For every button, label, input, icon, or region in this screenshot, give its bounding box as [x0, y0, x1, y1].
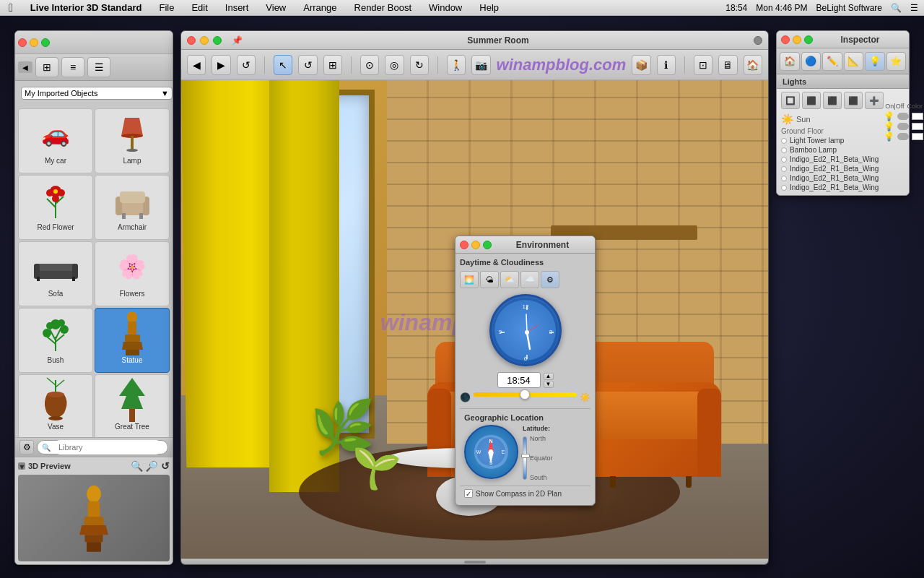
maximize-button[interactable] — [41, 38, 50, 47]
brightness-thumb[interactable] — [520, 389, 530, 400]
object-item-vase[interactable]: Vase — [18, 374, 93, 437]
toolbar-forward-btn[interactable]: ▶ — [212, 55, 230, 75]
dt-btn-1[interactable]: 🌅 — [460, 271, 479, 288]
dt-btn-2[interactable]: 🌤 — [480, 271, 499, 288]
apple-menu[interactable]:  — [6, 1, 16, 14]
object-item-armchair[interactable]: Armchair — [95, 175, 170, 240]
env-close-btn[interactable] — [460, 241, 468, 249]
toolbar-select-btn[interactable]: ↖ — [274, 55, 292, 75]
menu-insert[interactable]: Insert — [222, 2, 252, 13]
svg-rect-19 — [35, 264, 77, 271]
inspector-materials-btn[interactable]: 🔵 — [801, 52, 821, 71]
latitude-track[interactable] — [523, 436, 527, 480]
menu-window[interactable]: Window — [426, 2, 465, 13]
object-item-sofa[interactable]: Sofa — [18, 241, 93, 306]
inspector-minimize-btn[interactable] — [793, 35, 801, 44]
dt-btn-3[interactable]: ⛅ — [500, 271, 519, 288]
inspector-render-btn[interactable]: ⭐ — [886, 52, 907, 71]
light-type-btn-2[interactable]: ⬛ — [802, 92, 821, 109]
light-type-btn-4[interactable]: ⬛ — [844, 92, 863, 109]
view-list-btn[interactable]: ≡ — [61, 57, 84, 77]
window-collapse-btn[interactable] — [754, 36, 762, 45]
light-type-btn-1[interactable]: 🔲 — [781, 92, 800, 109]
toolbar-rect-btn[interactable]: ↻ — [410, 55, 429, 75]
toggle-0[interactable] — [897, 113, 909, 120]
minimize-button[interactable] — [30, 38, 38, 47]
toolbar-import-btn[interactable]: 📦 — [632, 55, 650, 75]
toolbar-rotate2-btn[interactable]: ↺ — [298, 55, 317, 75]
menu-arrange[interactable]: Arrange — [300, 2, 339, 13]
window-close-btn[interactable] — [187, 36, 196, 45]
menu-extra-icon[interactable]: ☰ — [910, 3, 918, 13]
env-zoom-btn[interactable] — [483, 241, 492, 249]
toolbar-home-btn[interactable]: 🏠 — [744, 55, 762, 75]
dt-btn-5[interactable]: ⚙ — [541, 271, 559, 288]
time-decrement-btn[interactable]: ▼ — [544, 381, 554, 388]
settings-gear-btn[interactable]: ⚙ — [19, 440, 34, 454]
scroll-bottom-bar[interactable] — [181, 558, 768, 564]
view-detail-btn[interactable]: ☰ — [87, 57, 110, 77]
inspector-zoom-btn[interactable] — [804, 35, 813, 44]
toolbar-circle-btn[interactable]: ◎ — [385, 55, 404, 75]
toolbar-info-btn[interactable]: ℹ — [657, 55, 676, 75]
library-search-input[interactable] — [53, 440, 163, 454]
light-type-btn-3[interactable]: ⬛ — [823, 92, 842, 109]
svg-point-43 — [48, 416, 63, 420]
show-compass-checkbox[interactable]: ✓ — [464, 489, 473, 498]
toolbar-back-btn[interactable]: ◀ — [187, 55, 206, 75]
menu-file[interactable]: File — [156, 2, 177, 13]
light-item-4[interactable]: Indigo_Ed2_R1_Beta_Wing — [781, 173, 905, 183]
object-item-statue[interactable]: Statue — [95, 308, 170, 373]
category-dropdown[interactable]: My Imported Objects ▼ — [21, 87, 173, 100]
preview-toggle-btn[interactable]: ▼ — [18, 462, 25, 470]
svg-marker-49 — [79, 525, 108, 535]
toolbar-point-btn[interactable]: ⊙ — [360, 55, 379, 75]
env-minimize-btn[interactable] — [471, 241, 480, 249]
view-grid-btn[interactable]: ⊞ — [35, 57, 58, 77]
refresh-icon[interactable]: ↺ — [161, 460, 170, 472]
toggle-1[interactable] — [897, 123, 909, 130]
object-item-bush[interactable]: Bush — [18, 308, 93, 373]
light-item-2[interactable]: Indigo_Ed2_R1_Beta_Wing — [781, 155, 905, 164]
search-menubar-icon[interactable]: 🔍 — [891, 3, 902, 13]
inspector-geometry-btn[interactable]: 📐 — [844, 52, 864, 71]
light-add-btn[interactable]: ➕ — [865, 92, 884, 109]
window-zoom-btn[interactable] — [213, 36, 222, 45]
object-item-flowers[interactable]: 🌸 Flowers — [95, 241, 170, 306]
inspector-close-btn[interactable] — [781, 35, 790, 44]
object-item-red-flower[interactable]: Red Flower — [18, 175, 93, 240]
toolbar-figure-btn[interactable]: 🚶 — [447, 55, 466, 75]
object-item-my-car[interactable]: 🚗 My car — [18, 108, 93, 173]
object-item-great-tree[interactable]: Great Tree — [95, 374, 170, 437]
toolbar-2d-btn[interactable]: ⊡ — [694, 55, 712, 75]
light-item-3[interactable]: Indigo_Ed2_R1_Beta_Wing — [781, 164, 905, 173]
zoom-in-icon[interactable]: 🔍 — [131, 460, 143, 472]
menu-edit[interactable]: Edit — [188, 2, 210, 13]
menu-render-boost[interactable]: Render Boost — [352, 2, 415, 13]
light-item-5[interactable]: Indigo_Ed2_R1_Beta_Wing — [781, 183, 905, 192]
inspector-objects-btn[interactable]: 🏠 — [780, 52, 800, 71]
toolbar-camera-btn[interactable]: 📷 — [471, 55, 490, 75]
dt-btn-4[interactable]: ☁️ — [520, 271, 539, 288]
time-input-field[interactable] — [497, 372, 541, 388]
window-minimize-btn[interactable] — [200, 36, 209, 45]
inspector-edit-btn[interactable]: ✏️ — [822, 52, 842, 71]
latitude-thumb[interactable] — [521, 454, 530, 458]
svg-text:N: N — [489, 439, 492, 444]
object-item-lamp[interactable]: Lamp — [95, 108, 170, 173]
toolbar-move-btn[interactable]: ⊞ — [323, 55, 342, 75]
scroll-handle[interactable] — [464, 561, 486, 564]
menu-view[interactable]: View — [263, 2, 289, 13]
light-item-1[interactable]: Bamboo Lamp — [781, 145, 905, 155]
inspector-lights-btn[interactable]: 💡 — [865, 52, 885, 71]
toolbar-3d-btn[interactable]: 🖥 — [718, 55, 737, 75]
toggle-2[interactable] — [897, 133, 909, 140]
toolbar-rotate-btn[interactable]: ↺ — [237, 55, 256, 75]
menu-help[interactable]: Help — [476, 2, 502, 13]
close-button[interactable] — [18, 38, 27, 47]
back-arrow[interactable]: ◀ — [18, 61, 32, 73]
compass-widget[interactable]: N S W E — [464, 425, 518, 479]
time-increment-btn[interactable]: ▲ — [544, 373, 554, 380]
brightness-slider[interactable] — [474, 392, 577, 397]
zoom-out-icon[interactable]: 🔍 — [146, 460, 158, 472]
